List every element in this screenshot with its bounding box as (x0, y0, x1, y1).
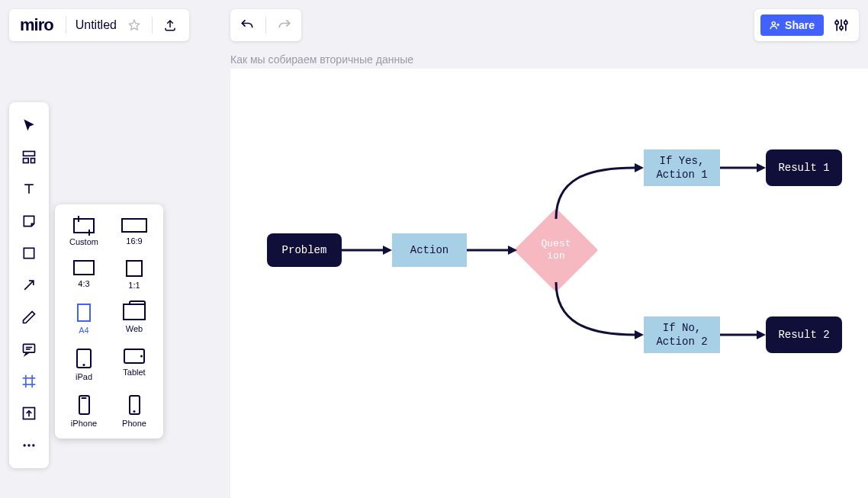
svg-rect-11 (24, 152, 35, 156)
sticky-note-tool[interactable] (14, 206, 44, 236)
undo-button[interactable] (233, 11, 261, 39)
node-action[interactable]: Action (392, 233, 467, 267)
svg-marker-33 (635, 330, 644, 339)
frame-size-panel: Custom 16:9 4:3 1:1 A4 Web iPad Tablet i… (55, 204, 163, 439)
divider (265, 17, 266, 34)
svg-line-17 (24, 281, 34, 290)
svg-point-6 (835, 21, 838, 24)
pen-tool[interactable] (14, 302, 44, 333)
svg-point-2 (772, 22, 775, 25)
svg-marker-0 (129, 20, 139, 30)
svg-marker-34 (757, 163, 766, 172)
share-label: Share (785, 19, 815, 31)
select-tool[interactable] (14, 110, 44, 140)
star-icon[interactable] (121, 12, 147, 38)
svg-rect-16 (24, 248, 34, 258)
miro-logo[interactable]: miro (15, 15, 61, 35)
history-bar (230, 9, 301, 41)
node-result-1[interactable]: Result 1 (766, 149, 842, 186)
connection-tool[interactable] (14, 270, 44, 300)
frame-option-ipad[interactable]: iPad (63, 349, 105, 381)
svg-point-8 (840, 26, 843, 29)
divider (66, 17, 66, 34)
comment-tool[interactable] (14, 334, 44, 365)
node-no[interactable]: If No, Action 2 (644, 316, 720, 353)
frame-option-custom[interactable]: Custom (63, 218, 105, 246)
frame-option-phone[interactable]: Phone (113, 395, 156, 428)
templates-tool[interactable] (14, 142, 44, 172)
main-toolbar (9, 102, 49, 468)
frame-option-iphone[interactable]: iPhone (63, 395, 105, 428)
svg-rect-12 (24, 159, 29, 163)
svg-marker-31 (508, 246, 517, 255)
canvas-frame[interactable]: Problem Action Quest ion If Yes, Action … (230, 69, 868, 498)
arrow-question-no[interactable] (556, 276, 648, 345)
frame-option-web[interactable]: Web (113, 304, 156, 335)
top-right-controls: Share (754, 9, 859, 41)
node-problem[interactable]: Problem (267, 233, 342, 267)
shape-tool[interactable] (14, 238, 44, 268)
text-tool[interactable] (14, 174, 44, 204)
svg-rect-18 (24, 344, 35, 352)
export-icon[interactable] (157, 12, 183, 38)
more-tools[interactable] (14, 430, 44, 461)
divider (152, 17, 153, 34)
svg-marker-35 (757, 330, 766, 339)
frame-option-1-1[interactable]: 1:1 (113, 260, 156, 290)
arrow-yes-r1[interactable] (720, 160, 766, 175)
svg-point-29 (32, 444, 34, 446)
node-yes[interactable]: If Yes, Action 1 (644, 149, 720, 186)
node-question[interactable]: Quest ion (526, 220, 586, 280)
node-result-2[interactable]: Result 2 (766, 316, 842, 353)
svg-point-10 (844, 21, 847, 24)
board-title[interactable]: Untitled (71, 18, 121, 32)
frame-tool[interactable] (14, 366, 44, 397)
share-button[interactable]: Share (760, 14, 824, 36)
board-bar: miro Untitled (9, 9, 189, 41)
frame-option-16-9[interactable]: 16:9 (113, 218, 156, 246)
svg-marker-32 (635, 163, 644, 172)
arrow-action-question[interactable] (467, 243, 517, 258)
frame-title[interactable]: Как мы собираем вторичные данные (230, 53, 413, 66)
frame-option-tablet[interactable]: Tablet (113, 349, 156, 381)
frame-option-a4[interactable]: A4 (63, 304, 105, 335)
upload-tool[interactable] (14, 398, 44, 429)
arrow-no-r2[interactable] (720, 327, 766, 342)
settings-icon[interactable] (830, 14, 853, 37)
svg-rect-13 (31, 159, 35, 163)
frame-option-4-3[interactable]: 4:3 (63, 260, 105, 290)
svg-point-28 (27, 444, 30, 446)
redo-button[interactable] (271, 11, 298, 39)
svg-marker-30 (383, 246, 392, 255)
arrow-problem-action[interactable] (342, 243, 392, 258)
svg-point-27 (24, 444, 26, 446)
arrow-question-yes[interactable] (556, 156, 648, 225)
